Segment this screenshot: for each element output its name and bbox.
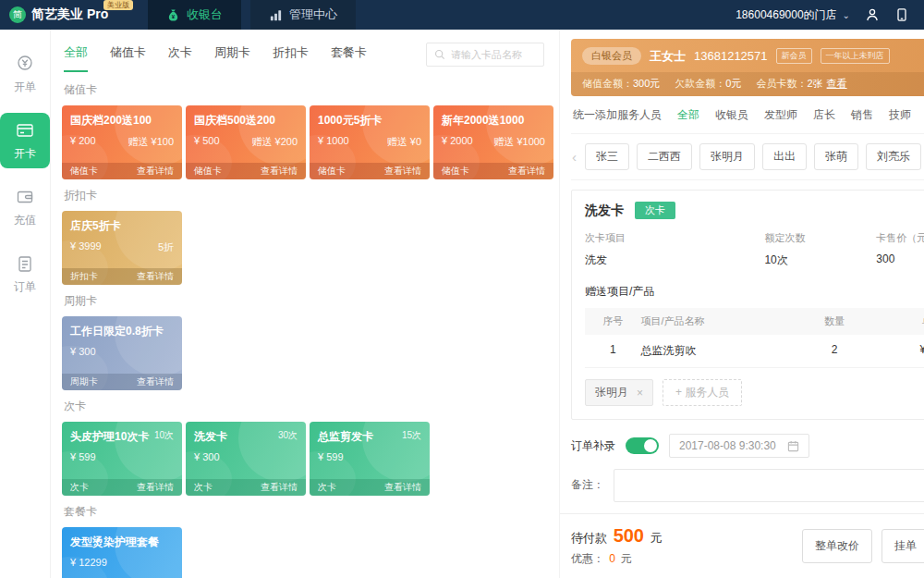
search-input[interactable] [451,49,536,60]
view-detail-link[interactable]: 查看详情 [137,481,174,494]
calendar-icon [787,440,799,452]
staff-chip[interactable]: 二西西 [637,143,692,170]
filter-manager[interactable]: 店长 [813,107,835,123]
card-title: 头皮护理10次卡 [70,430,149,443]
filter-cashier[interactable]: 收银员 [715,107,748,123]
stored-cards-row: 国庆档200送100 ¥ 200赠送 ¥100 储值卡查看详情 国庆档500送2… [62,105,546,179]
edition-badge: 美业版 [103,0,133,10]
view-detail-link[interactable]: 查看详情 [137,270,174,283]
tab-management[interactable]: 管理中心 [250,0,356,30]
date-input[interactable]: 2017-08-08 9:30:30 [669,434,809,458]
col-header: 项目/产品名称 [640,314,788,328]
card-extra: 赠送 ¥0 [387,135,421,149]
prev-arrow-icon[interactable]: ‹ [571,150,578,164]
detail-count: 10次 [764,252,876,268]
staff-chip[interactable]: 刘亮乐 [866,143,921,170]
card-price: ¥ 12299 [70,557,107,568]
card-price: ¥ 2000 [442,135,473,149]
card-item[interactable]: 工作日限定0.8折卡 ¥ 300 周期卡查看详情 [62,316,182,390]
card-title: 新年2000送1000 [442,114,524,127]
filter-technician[interactable]: 技师 [889,107,911,123]
sidebar-item-label: 开单 [14,80,36,95]
count-cards-row: 头皮护理10次卡10次 ¥ 599 次卡查看详情 洗发卡30次 ¥ 300 次卡… [62,422,546,496]
sidebar-item-recharge[interactable]: 充值 [0,179,50,235]
view-detail-link[interactable]: 查看详情 [261,165,298,178]
section-title: 次卡 [64,399,546,414]
stat-value: 2张 [807,78,822,89]
staff-chip[interactable]: 张明月 [699,143,755,170]
card-item[interactable]: 店庆5折卡 ¥ 39995折 折扣卡查看详情 [62,211,182,285]
card-title: 国庆档200送100 [70,114,152,127]
filter-all[interactable]: 全部 [677,107,699,123]
card-price: ¥ 599 [70,451,96,462]
tab-count-card[interactable]: 次卡 [168,44,192,72]
tab-stored-card[interactable]: 储值卡 [110,44,146,72]
view-detail-link[interactable]: 查看详情 [261,481,298,494]
tab-package-card[interactable]: 套餐卡 [331,44,367,72]
card-item[interactable]: 发型烫染护理套餐 ¥ 12299 自定义卡查看详情 [62,527,182,578]
store-selector[interactable]: 18600469000的门店 ⌄ [736,7,850,23]
card-extra: 赠送 ¥100 [128,135,174,149]
card-badge: 15次 [402,430,421,443]
card-item[interactable]: 新年2000送1000 ¥ 2000赠送 ¥1000 储值卡查看详情 [433,105,553,179]
note-row: 备注： [571,467,924,513]
card-title: 国庆档500送200 [194,114,275,127]
staff-row: ‹ 张三 二西西 张明月 出出 张萌 刘亮乐 李晓梅 › [571,134,924,180]
card-type: 折扣卡 [70,270,98,283]
tab-management-label: 管理中心 [289,6,337,23]
note-input[interactable] [614,469,924,502]
user-icon[interactable] [865,7,880,22]
pay-label: 待付款 [571,531,607,545]
card-item[interactable]: 总监剪发卡15次 ¥ 599 次卡查看详情 [310,422,430,496]
payment-buttons: 整单改价 挂单 收款 [802,529,924,563]
assigned-staff-name: 张明月 [595,385,628,400]
note-label: 备注： [571,469,604,493]
card-item[interactable]: 1000元5折卡 ¥ 1000赠送 ¥0 储值卡查看详情 [310,105,430,179]
package-cards-row: 发型烫染护理套餐 ¥ 12299 自定义卡查看详情 [62,527,546,578]
view-detail-link[interactable]: 查看详情 [384,165,421,178]
card-type: 储值卡 [70,165,98,178]
member-phone: 13681212571 [694,49,768,63]
card-type: 周期卡 [70,375,98,388]
view-detail-link[interactable]: 查看详情 [384,481,421,494]
remove-staff-icon[interactable]: × [637,387,643,400]
assigned-staff-chip[interactable]: 张明月 × [585,379,653,406]
filter-sales[interactable]: 销售 [851,107,873,123]
sidebar-item-orders[interactable]: 订单 [0,246,50,301]
add-staff-button[interactable]: + 服务人员 [663,379,742,406]
staff-chip[interactable]: 出出 [762,143,807,170]
card-title: 洗发卡 [194,430,227,443]
wallet-icon [15,187,35,207]
hold-order-button[interactable]: 挂单 [881,529,924,563]
phone-icon[interactable] [894,7,909,22]
staff-chip[interactable]: 张萌 [814,143,858,170]
card-type: 次卡 [70,481,89,494]
backfill-toggle[interactable] [626,437,659,454]
change-price-button[interactable]: 整单改价 [802,529,872,563]
tab-discount-card[interactable]: 折扣卡 [273,44,309,72]
sidebar-item-open-order[interactable]: 开单 [0,46,50,102]
col-header: 序号 [585,314,640,328]
backfill-label: 订单补录 [571,438,615,454]
tab-period-card[interactable]: 周期卡 [214,44,250,72]
detail-item-name: 洗发 [585,252,764,268]
gift-index: 1 [585,343,640,359]
card-item[interactable]: 国庆档200送100 ¥ 200赠送 ¥100 储值卡查看详情 [62,105,182,179]
card-item[interactable]: 国庆档500送200 ¥ 500赠送 ¥200 储值卡查看详情 [186,105,306,179]
tab-all[interactable]: 全部 [64,44,88,72]
view-detail-link[interactable]: 查看详情 [137,375,174,388]
sidebar-item-open-card[interactable]: 开卡 [0,113,50,168]
view-detail-link[interactable]: 查看详情 [137,165,174,178]
stat-label: 欠款金额： [675,78,725,89]
card-price: ¥ 200 [70,135,96,149]
tab-cashier[interactable]: ¥ 收银台 [148,0,241,30]
view-detail-link[interactable]: 查看详情 [508,165,545,178]
card-item[interactable]: 头皮护理10次卡10次 ¥ 599 次卡查看详情 [62,422,182,496]
member-level-badge: 白银会员 [582,47,641,65]
search-icon [434,49,445,60]
card-price: ¥ 300 [70,346,96,357]
view-cards-link[interactable]: 查看 [827,78,847,89]
staff-chip[interactable]: 张三 [585,143,629,170]
filter-stylist[interactable]: 发型师 [764,107,797,123]
card-item[interactable]: 洗发卡30次 ¥ 300 次卡查看详情 [186,422,306,496]
